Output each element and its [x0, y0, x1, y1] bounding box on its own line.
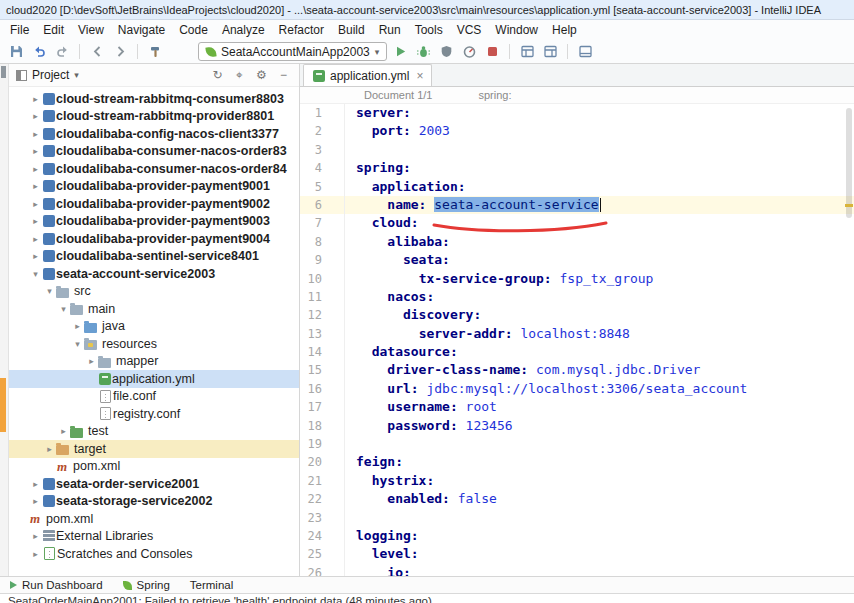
back-icon[interactable]	[87, 42, 107, 62]
project-tree-item[interactable]: ▸External Libraries	[9, 528, 299, 546]
error-stripe-mark[interactable]	[845, 204, 853, 207]
database-tool-icon[interactable]	[575, 42, 595, 62]
project-tree-item[interactable]: registry.conf	[9, 405, 299, 423]
project-panel-title[interactable]: Project	[32, 68, 69, 82]
code-line[interactable]: 9 seata:	[300, 251, 854, 269]
menu-navigate[interactable]: Navigate	[111, 21, 172, 39]
chevron-right-icon[interactable]: ▸	[29, 94, 42, 104]
chevron-right-icon[interactable]: ▸	[29, 234, 42, 244]
chevron-right-icon[interactable]: ▸	[43, 444, 56, 454]
code-line[interactable]: 1server:	[300, 104, 854, 122]
project-tree-item[interactable]: ▸java	[9, 318, 299, 336]
code-line[interactable]: 5 application:	[300, 178, 854, 196]
chevron-right-icon[interactable]: ▸	[71, 321, 84, 331]
menu-run[interactable]: Run	[372, 21, 408, 39]
project-tree-item[interactable]: pom.xml	[9, 510, 299, 528]
code-line[interactable]: 25 level:	[300, 545, 854, 563]
run-dashboard-tool-button[interactable]: Run Dashboard	[10, 579, 103, 591]
menu-tools[interactable]: Tools	[408, 21, 450, 39]
code-line[interactable]: 26 io:	[300, 564, 854, 576]
chevron-down-icon[interactable]: ▾	[71, 339, 84, 349]
profiler-button[interactable]	[459, 42, 479, 62]
code-line[interactable]: 10 tx-service-group: fsp_tx_group	[300, 270, 854, 288]
terminal-tool-button[interactable]: Terminal	[190, 579, 233, 591]
code-line[interactable]: 19	[300, 435, 854, 453]
project-tree-item[interactable]: ▸cloudalibaba-consumer-nacos-order83	[9, 143, 299, 161]
chevron-down-icon[interactable]: ▾	[43, 286, 56, 296]
project-tree-item[interactable]: ▸cloudalibaba-config-nacos-client3377	[9, 125, 299, 143]
maven-tool-icon[interactable]	[517, 42, 537, 62]
breadcrumb-spring[interactable]: spring:	[478, 89, 511, 101]
code-line[interactable]: 7 cloud:	[300, 214, 854, 232]
code-line[interactable]: 23	[300, 509, 854, 527]
project-tree-item[interactable]: ▸cloud-stream-rabbitmq-consumer8803	[9, 90, 299, 108]
project-tree-item[interactable]: ▸cloud-stream-rabbitmq-provider8801	[9, 108, 299, 126]
project-tree-item[interactable]: ▾seata-account-service2003	[9, 265, 299, 283]
build-hammer-icon[interactable]	[145, 42, 165, 62]
menu-help[interactable]: Help	[545, 21, 584, 39]
editor-scrollbar[interactable]	[844, 104, 854, 576]
menu-view[interactable]: View	[71, 21, 111, 39]
run-button[interactable]	[390, 42, 410, 62]
project-tree-item[interactable]: file.conf	[9, 388, 299, 406]
menu-build[interactable]: Build	[331, 21, 372, 39]
menu-vcs[interactable]: VCS	[450, 21, 489, 39]
redo-icon[interactable]	[52, 42, 72, 62]
project-tree-item[interactable]: ▸Scratches and Consoles	[9, 545, 299, 563]
project-tree-item[interactable]: ▸cloudalibaba-provider-payment9003	[9, 213, 299, 231]
code-line[interactable]: 21 hystrix:	[300, 472, 854, 490]
chevron-right-icon[interactable]: ▸	[29, 164, 42, 174]
chevron-right-icon[interactable]: ▸	[29, 549, 42, 559]
chevron-right-icon[interactable]: ▸	[29, 111, 42, 121]
chevron-right-icon[interactable]: ▸	[29, 531, 42, 541]
menu-file[interactable]: File	[3, 21, 36, 39]
code-line[interactable]: 3	[300, 141, 854, 159]
project-tree-item[interactable]: ▾main	[9, 300, 299, 318]
code-line[interactable]: 11 nacos:	[300, 288, 854, 306]
chevron-down-icon[interactable]: ▾	[29, 269, 42, 279]
stop-button[interactable]	[482, 42, 502, 62]
project-tree-item[interactable]: ▸test	[9, 423, 299, 441]
refresh-icon[interactable]: ↻	[209, 68, 226, 82]
menu-window[interactable]: Window	[488, 21, 545, 39]
chevron-right-icon[interactable]: ▸	[57, 426, 70, 436]
project-tree-item[interactable]: ▸cloudalibaba-sentinel-service8401	[9, 248, 299, 266]
project-tree-item[interactable]: pom.xml	[9, 458, 299, 476]
project-tree-item[interactable]: ▸seata-order-service2001	[9, 475, 299, 493]
code-line[interactable]: 22 enabled: false	[300, 490, 854, 508]
tab-application-yml[interactable]: application.yml ×	[303, 64, 432, 86]
debug-button[interactable]	[413, 42, 433, 62]
chevron-right-icon[interactable]: ▸	[29, 146, 42, 156]
project-tool-button[interactable]	[1, 66, 6, 78]
code-line[interactable]: 4spring:	[300, 159, 854, 177]
project-tree-item[interactable]: ▸cloudalibaba-provider-payment9002	[9, 195, 299, 213]
menu-refactor[interactable]: Refactor	[272, 21, 331, 39]
code-line[interactable]: 12 discovery:	[300, 306, 854, 324]
save-all-icon[interactable]	[6, 42, 26, 62]
project-tree-item[interactable]: application.yml	[9, 370, 299, 388]
code-line[interactable]: 20feign:	[300, 453, 854, 471]
chevron-right-icon[interactable]: ▸	[29, 199, 42, 209]
code-editor[interactable]: 1server:2 port: 200334spring:5 applicati…	[300, 104, 854, 576]
forward-icon[interactable]	[110, 42, 130, 62]
code-line[interactable]: 15 driver-class-name: com.mysql.jdbc.Dri…	[300, 361, 854, 379]
gradle-tool-icon[interactable]	[540, 42, 560, 62]
chevron-right-icon[interactable]: ▸	[29, 129, 42, 139]
left-tool-strip[interactable]	[0, 64, 9, 576]
project-tree-item[interactable]: ▸target	[9, 440, 299, 458]
coverage-button[interactable]	[436, 42, 456, 62]
project-tree-item[interactable]: ▸cloudalibaba-provider-payment9001	[9, 178, 299, 196]
code-line[interactable]: 6 name: seata-account-service	[300, 196, 854, 214]
chevron-right-icon[interactable]: ▸	[29, 251, 42, 261]
menu-edit[interactable]: Edit	[36, 21, 71, 39]
code-line[interactable]: 16 url: jdbc:mysql://localhost:3306/seat…	[300, 380, 854, 398]
chevron-down-icon[interactable]: ▾	[57, 304, 70, 314]
code-line[interactable]: 8 alibaba:	[300, 233, 854, 251]
locate-file-icon[interactable]: ⌖	[231, 68, 248, 82]
menu-analyze[interactable]: Analyze	[215, 21, 272, 39]
code-line[interactable]: 14 datasource:	[300, 343, 854, 361]
code-line[interactable]: 18 password: 123456	[300, 417, 854, 435]
project-tree-item[interactable]: ▸mapper	[9, 353, 299, 371]
project-tree-item[interactable]: ▾src	[9, 283, 299, 301]
settings-gear-icon[interactable]: ⚙	[253, 68, 270, 82]
